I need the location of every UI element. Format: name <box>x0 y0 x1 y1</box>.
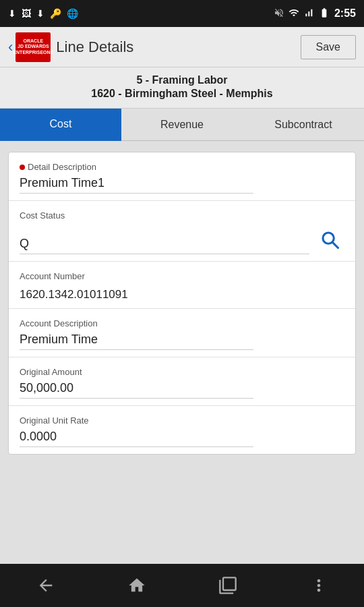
content-area: Detail Description Premium Time1 Cost St… <box>0 141 364 564</box>
logo-text: ORACLE JD EDWARDS ENTERPRISEONE <box>13 38 53 55</box>
status-time: 2:55 <box>334 7 356 20</box>
page-title: Line Details <box>56 38 300 56</box>
tab-bar: Cost Revenue Subcontract <box>0 109 364 141</box>
subtitle-line2: 1620 - Birmingham Steel - Memphis <box>11 88 353 100</box>
value-detail-description[interactable]: Premium Time1 <box>20 176 253 194</box>
value-original-unit-rate[interactable]: 0.0000 <box>20 430 253 447</box>
nav-home-button[interactable] <box>117 565 157 606</box>
field-account-description: Account Description Premium Time <box>9 309 355 357</box>
wifi-icon <box>289 7 299 20</box>
tab-cost[interactable]: Cost <box>0 109 121 141</box>
nav-recents-button[interactable] <box>208 565 248 606</box>
svg-line-1 <box>332 242 338 248</box>
tab-subcontract[interactable]: Subcontract <box>243 109 364 141</box>
status-icons-left: ⬇ 🖼 ⬇ 🔑 🌐 <box>8 8 78 19</box>
cost-status-search-button[interactable] <box>315 225 344 254</box>
field-cost-status: Cost Status Q <box>9 201 355 262</box>
bottom-nav <box>0 564 364 607</box>
subtitle-line1: 5 - Framing Labor <box>11 74 353 86</box>
label-detail-description: Detail Description <box>20 162 344 172</box>
notif-icon-5: 🌐 <box>67 8 78 19</box>
battery-icon <box>318 7 330 20</box>
notif-icon-4: 🔑 <box>50 8 61 19</box>
app-logo: ORACLE JD EDWARDS ENTERPRISEONE <box>16 32 51 62</box>
save-button[interactable]: Save <box>301 35 356 59</box>
label-cost-status: Cost Status <box>20 210 344 221</box>
field-original-unit-rate: Original Unit Rate 0.0000 <box>9 406 355 454</box>
notif-icon-1: ⬇ <box>8 8 16 19</box>
status-bar: ⬇ 🖼 ⬇ 🔑 🌐 2:55 <box>0 0 364 27</box>
field-original-amount: Original Amount 50,000.00 <box>9 357 355 406</box>
field-account-number: Account Number 1620.1342.01011091 <box>9 262 355 309</box>
nav-back-button[interactable] <box>26 565 66 606</box>
value-account-description[interactable]: Premium Time <box>20 333 253 350</box>
value-original-amount[interactable]: 50,000.00 <box>20 381 253 399</box>
notif-icon-2: 🖼 <box>22 8 31 19</box>
status-icons-right: 2:55 <box>274 7 356 20</box>
nav-more-button[interactable] <box>299 565 339 606</box>
label-account-description: Account Description <box>20 318 344 328</box>
form-card: Detail Description Premium Time1 Cost St… <box>8 152 356 455</box>
label-account-number: Account Number <box>20 271 344 281</box>
required-indicator <box>20 165 25 170</box>
notif-icon-3: ⬇ <box>36 8 44 19</box>
app-bar: ‹ ORACLE JD EDWARDS ENTERPRISEONE Line D… <box>0 27 364 67</box>
cost-status-input-group: Q <box>20 225 344 254</box>
signal-icon <box>303 7 314 20</box>
label-original-amount: Original Amount <box>20 367 344 377</box>
field-detail-description: Detail Description Premium Time1 <box>9 152 355 201</box>
value-cost-status[interactable]: Q <box>20 237 309 254</box>
label-original-unit-rate: Original Unit Rate <box>20 415 344 426</box>
tab-revenue[interactable]: Revenue <box>121 109 243 141</box>
mute-icon <box>274 7 284 20</box>
page-subtitle: 5 - Framing Labor 1620 - Birmingham Stee… <box>0 67 364 109</box>
back-button[interactable]: ‹ <box>8 38 13 56</box>
value-account-number: 1620.1342.01011091 <box>20 285 344 301</box>
